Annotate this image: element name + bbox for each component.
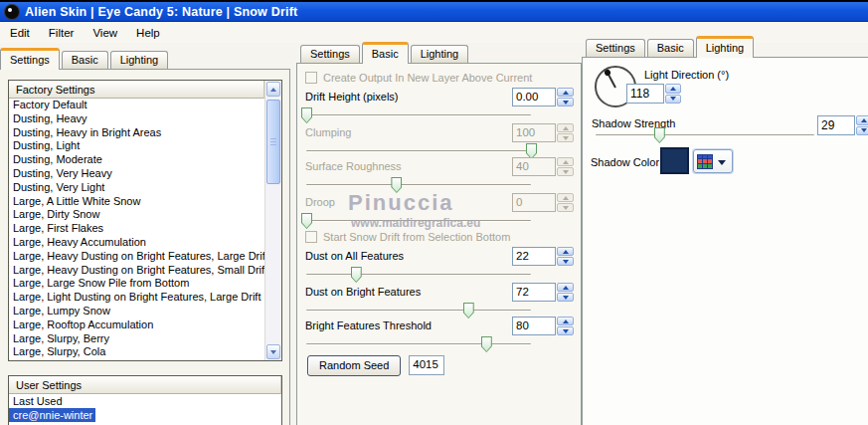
- slider-thumb[interactable]: [463, 303, 474, 319]
- dust-all-value[interactable]: 22: [512, 247, 556, 266]
- user-setting-item[interactable]: Last Used: [9, 394, 66, 408]
- left-tab-row: Settings Basic Lighting: [0, 47, 168, 69]
- factory-setting-item[interactable]: Dusting, Light: [9, 139, 264, 153]
- factory-setting-item[interactable]: Large, Heavy Dusting on Bright Features,…: [9, 264, 264, 278]
- left-tab-basic[interactable]: Basic: [62, 51, 108, 69]
- middle-tab-settings[interactable]: Settings: [300, 45, 360, 63]
- middle-tab-lighting[interactable]: Lighting: [411, 45, 469, 63]
- threshold-slider[interactable]: [306, 336, 531, 353]
- light-direction-label: Light Direction (°): [644, 69, 729, 81]
- spin-up-button[interactable]: [856, 115, 868, 125]
- factory-setting-item[interactable]: Factory Default: [9, 99, 264, 112]
- start-bottom-checkbox[interactable]: [305, 231, 317, 243]
- spin-down-button[interactable]: [557, 293, 574, 302]
- menu-item[interactable]: Edit: [4, 25, 36, 41]
- shadow-color-swatch[interactable]: [660, 147, 689, 174]
- left-tab-settings[interactable]: Settings: [0, 48, 60, 70]
- spin-up-button[interactable]: [557, 283, 574, 292]
- shadow-strength-slider[interactable]: [596, 127, 814, 144]
- user-settings-box: User Settings Last Usedcre@nnie-winter: [8, 375, 282, 425]
- spin-up-icon: [563, 250, 569, 254]
- factory-setting-item[interactable]: Large, Rooftop Accumulation: [9, 319, 264, 332]
- factory-setting-item[interactable]: Large, Heavy Dusting on Bright Features,…: [9, 250, 264, 264]
- factory-setting-item[interactable]: Large, First Flakes: [9, 222, 264, 236]
- spin-up-icon: [563, 91, 569, 95]
- spin-down-button[interactable]: [665, 95, 681, 105]
- start-bottom-checkbox-label: Start Snow Drift from Selection Bottom: [323, 231, 510, 243]
- spin-up-button[interactable]: [557, 247, 574, 256]
- spin-down-icon: [563, 296, 569, 300]
- spin-down-icon: [670, 97, 676, 101]
- factory-setting-item[interactable]: Dusting, Heavy in Bright Areas: [9, 126, 264, 140]
- spin-down-button[interactable]: [856, 126, 868, 136]
- dust-bright-value[interactable]: 72: [512, 283, 556, 302]
- left-tab-lighting[interactable]: Lighting: [110, 51, 169, 69]
- random-seed-field[interactable]: 4015: [409, 355, 444, 375]
- factory-setting-item[interactable]: Dusting, Very Heavy: [9, 167, 264, 181]
- threshold-value[interactable]: 80: [512, 317, 556, 335]
- factory-setting-item[interactable]: Large, Heavy Accumulation: [9, 236, 264, 250]
- slider-thumb[interactable]: [301, 107, 312, 123]
- factory-setting-item[interactable]: Large, Light Dusting on Bright Features,…: [9, 291, 264, 305]
- scroll-down-button[interactable]: [266, 344, 280, 359]
- drift-height-slider[interactable]: [306, 107, 531, 124]
- shadow-color-dropdown[interactable]: [693, 149, 733, 173]
- factory-setting-item[interactable]: Dusting, Very Light: [9, 181, 264, 195]
- spin-down-icon: [563, 136, 569, 140]
- user-setting-item[interactable]: cre@nnie-winter: [9, 408, 95, 422]
- slider-thumb: [391, 177, 402, 193]
- light-direction-value[interactable]: 118: [626, 84, 664, 104]
- clumping-spinner: [557, 123, 574, 142]
- user-settings-header: User Settings: [9, 376, 281, 394]
- drift-height-value[interactable]: 0.00: [512, 88, 556, 106]
- factory-setting-item[interactable]: Large, Dirty Snow: [9, 208, 264, 222]
- slider-track: [306, 274, 531, 276]
- slider-thumb[interactable]: [351, 267, 362, 283]
- factory-setting-item[interactable]: Large, Lumpy Snow: [9, 305, 264, 319]
- spin-up-icon: [563, 160, 569, 164]
- right-tab-lighting[interactable]: Lighting: [696, 36, 755, 58]
- slider-track: [306, 343, 531, 345]
- lighting-pane: Light Direction (°) 118 Shadow Strength …: [582, 57, 868, 425]
- arrow-down-icon: [270, 350, 276, 354]
- factory-list-scrollbar[interactable]: [264, 81, 281, 360]
- slider-thumb[interactable]: [654, 127, 665, 143]
- spin-up-button: [557, 193, 574, 202]
- shadow-color-label: Shadow Color: [591, 156, 659, 168]
- shadow-strength-value[interactable]: 29: [817, 115, 855, 135]
- factory-setting-item[interactable]: Large, A Little White Snow: [9, 195, 264, 209]
- factory-setting-item[interactable]: Large, Large Snow Pile from Bottom: [9, 277, 264, 291]
- spin-up-icon: [563, 286, 569, 290]
- spin-up-button: [557, 157, 574, 166]
- spin-up-button[interactable]: [557, 88, 574, 97]
- slider-thumb[interactable]: [481, 336, 492, 352]
- menu-item[interactable]: Help: [130, 25, 166, 41]
- dust-all-slider[interactable]: [306, 267, 531, 284]
- spin-down-button[interactable]: [557, 257, 574, 266]
- spin-up-button[interactable]: [557, 317, 574, 325]
- factory-setting-item[interactable]: Dusting, Heavy: [9, 112, 264, 126]
- spin-up-button[interactable]: [665, 84, 681, 94]
- factory-settings-header: Factory Settings: [9, 81, 264, 99]
- right-tab-basic[interactable]: Basic: [647, 39, 694, 57]
- spin-down-button: [557, 133, 574, 142]
- surface-roughness-spingroup: 40: [512, 157, 574, 176]
- scroll-up-button[interactable]: [266, 82, 280, 97]
- dust-bright-spingroup: 72: [512, 283, 574, 302]
- shadow-strength-spingroup: 29: [817, 115, 868, 134]
- factory-setting-item[interactable]: Dusting, Moderate: [9, 153, 264, 167]
- right-tab-settings[interactable]: Settings: [586, 39, 645, 57]
- menu-item[interactable]: Filter: [43, 25, 81, 41]
- random-seed-button[interactable]: Random Seed: [307, 355, 401, 376]
- dust-all-spingroup: 22: [512, 247, 574, 266]
- new-layer-checkbox[interactable]: [305, 72, 317, 84]
- factory-setting-item[interactable]: Large, Slurpy, Cola: [9, 345, 264, 359]
- surface-roughness-value: 40: [512, 157, 556, 176]
- spin-down-button[interactable]: [557, 98, 574, 106]
- dust-bright-slider[interactable]: [306, 303, 531, 319]
- menu-item[interactable]: View: [87, 25, 123, 41]
- factory-setting-item[interactable]: Large, Slurpy, Berry: [9, 332, 264, 346]
- spin-down-button[interactable]: [557, 326, 574, 335]
- middle-tab-basic[interactable]: Basic: [362, 42, 409, 64]
- scrollbar-thumb[interactable]: [266, 100, 280, 184]
